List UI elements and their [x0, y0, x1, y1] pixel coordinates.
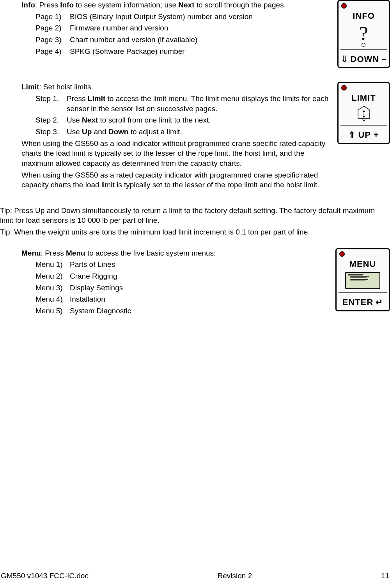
info-button-figure: INFO ? ⇓ DOWN – — [337, 0, 390, 68]
limit-step: Step 2. Use Next to scroll from one limi… — [35, 115, 333, 125]
menu-intro: Menu: Press Menu to access the five basi… — [21, 248, 331, 258]
menu-item: Menu 1)Parts of Lines — [35, 259, 331, 270]
menu-title: Menu — [21, 249, 41, 257]
limit-para2: When using the GS550 as a rated capacity… — [21, 170, 333, 190]
tip-1: Tip: Press Up and Down simultaneously to… — [0, 206, 390, 226]
limit-step: Step 1. Press Limit to access the limit … — [35, 94, 333, 114]
footer-page-number: 11 — [381, 571, 389, 581]
led-icon — [339, 251, 345, 257]
menu-button-figure: MENU ENTER ↵ — [335, 248, 390, 311]
svg-marker-2 — [363, 116, 365, 118]
info-title: Info — [21, 1, 35, 9]
svg-marker-1 — [363, 110, 365, 112]
menu-item: Menu 2)Crane Rigging — [35, 271, 331, 281]
limit-title: Limit — [21, 83, 39, 91]
hook-icon — [354, 105, 374, 123]
menu-item: Menu 4)Installation — [35, 294, 331, 304]
led-icon — [341, 3, 347, 9]
footer-filename: GM550 v1043 FCC-IC.doc — [1, 571, 89, 581]
enter-arrow-icon: ↵ — [376, 297, 383, 308]
screen-icon — [345, 272, 380, 289]
page-footer: GM550 v1043 FCC-IC.doc Revision 2 11 — [0, 571, 390, 581]
footer-revision: Revision 2 — [218, 571, 252, 581]
info-page-item: Page 1)BIOS (Binary Input Output System)… — [35, 12, 333, 22]
led-icon — [341, 85, 347, 91]
info-page-item: Page 4)SPKG (Software Package) number — [35, 46, 333, 57]
arrow-up-icon: ⇑ — [348, 129, 356, 141]
info-intro: Info: Press Info to see system informati… — [21, 0, 333, 10]
menu-item: Menu 5)System Diagnostic — [35, 306, 331, 316]
arrow-down-icon: ⇓ — [341, 53, 348, 65]
tip-2: Tip: When the weight units are tons the … — [0, 227, 390, 237]
menu-item: Menu 3)Display Settings — [35, 283, 331, 293]
limit-step: Step 3. Use Up and Down to adjust a limi… — [35, 127, 333, 137]
limit-intro: Limit: Set hoist limits. — [21, 82, 333, 92]
limit-para1: When using the GS550 as a load indicator… — [21, 139, 333, 169]
limit-button-figure: LIMIT ⇑ UP + — [337, 82, 390, 144]
info-page-item: Page 2)Firmware number and version — [35, 23, 333, 33]
question-icon: ? — [359, 23, 368, 43]
info-page-item: Page 3)Chart number and version (if avai… — [35, 35, 333, 45]
dot-icon — [362, 43, 365, 47]
